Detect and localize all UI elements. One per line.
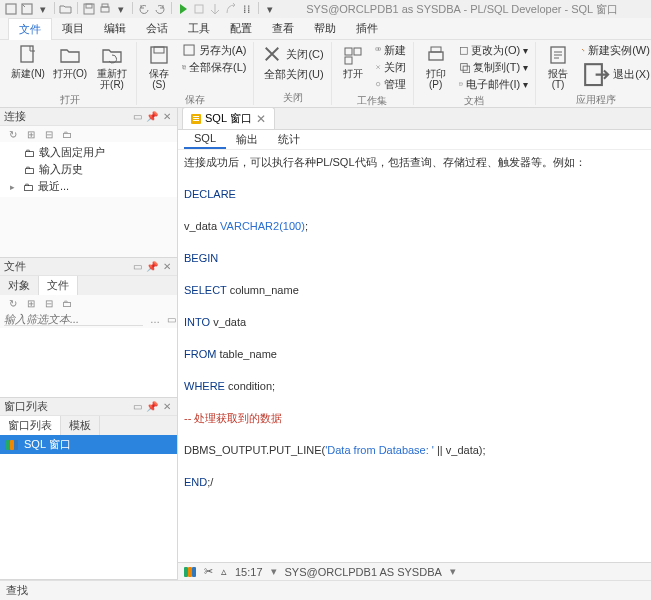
menu-session[interactable]: 会话 bbox=[136, 18, 178, 39]
open-folder-icon[interactable] bbox=[59, 2, 73, 16]
new-button[interactable]: 新建(N) bbox=[8, 42, 48, 81]
stop-icon[interactable] bbox=[192, 2, 206, 16]
menu-edit[interactable]: 编辑 bbox=[94, 18, 136, 39]
scissors-icon[interactable]: ✂ bbox=[204, 565, 213, 578]
sql-file-icon bbox=[191, 114, 201, 124]
minus-icon[interactable]: ⊟ bbox=[43, 128, 55, 140]
pin-icon[interactable]: 📌 bbox=[146, 111, 158, 123]
editor-tab-sql[interactable]: SQL 窗口 ✕ bbox=[182, 108, 275, 129]
close-icon[interactable]: ✕ bbox=[161, 111, 173, 123]
new-icon[interactable] bbox=[20, 2, 34, 16]
reopen-button[interactable]: 重新打开(R) bbox=[92, 42, 132, 92]
close-button[interactable]: 关闭(C) bbox=[258, 42, 326, 66]
file-title: 文件 bbox=[4, 259, 128, 274]
refresh-icon[interactable]: ↻ bbox=[7, 128, 19, 140]
menu-view[interactable]: 查看 bbox=[262, 18, 304, 39]
winlist-item-sql[interactable]: SQL 窗口 bbox=[0, 435, 177, 454]
filter-dd-icon[interactable]: ▭ bbox=[167, 314, 176, 326]
menu-help[interactable]: 帮助 bbox=[304, 18, 346, 39]
open-button[interactable]: 打开(O) bbox=[50, 42, 90, 81]
print-button[interactable]: 打印(P) bbox=[418, 42, 454, 92]
winlist-tabs: 窗口列表 模板 bbox=[0, 416, 177, 435]
restore-icon[interactable]: ▭ bbox=[131, 261, 143, 273]
subtab-output[interactable]: 输出 bbox=[226, 130, 268, 149]
left-sidebar: 连接 ▭ 📌 ✕ ↻ ⊞ ⊟ 🗀 🗀载入固定用户 🗀输入历史 ▸🗀最近... 文… bbox=[0, 108, 178, 580]
tab-objects[interactable]: 对象 bbox=[0, 276, 39, 295]
menu-project[interactable]: 项目 bbox=[52, 18, 94, 39]
plus-icon[interactable]: ⊞ bbox=[25, 297, 37, 309]
group-label-workset: 工作集 bbox=[357, 93, 387, 108]
ws-manage-button[interactable]: 管理 bbox=[372, 76, 409, 93]
group-label-save: 保存 bbox=[185, 92, 205, 107]
subtab-stats[interactable]: 统计 bbox=[268, 130, 310, 149]
ws-open-button[interactable]: 打开 bbox=[336, 42, 370, 81]
code-editor[interactable]: 连接成功后，可以执行各种PL/SQL代码，包括查询、存储过程、触发器等。例如： … bbox=[178, 150, 651, 562]
close-icon[interactable]: ✕ bbox=[161, 261, 173, 273]
dd-icon[interactable]: ▾ bbox=[36, 2, 50, 16]
tree-item-recent[interactable]: ▸🗀最近... bbox=[2, 178, 175, 195]
email-button[interactable]: 电子邮件(I)▾ bbox=[456, 76, 532, 93]
group-label-close: 关闭 bbox=[283, 90, 303, 105]
undo-icon[interactable] bbox=[137, 2, 151, 16]
filter-more-icon[interactable]: … bbox=[150, 314, 160, 326]
report-button[interactable]: 报告(T) bbox=[540, 42, 576, 92]
print-icon[interactable] bbox=[98, 2, 112, 16]
svg-rect-8 bbox=[151, 47, 167, 63]
subtab-sql[interactable]: SQL bbox=[184, 130, 226, 149]
saveall-button[interactable]: 全部保存(L) bbox=[179, 59, 250, 76]
svg-rect-9 bbox=[154, 47, 164, 53]
exit-button[interactable]: 退出(X) bbox=[578, 59, 651, 90]
connect-tools: ↻ ⊞ ⊟ 🗀 bbox=[0, 126, 177, 142]
changeto-button[interactable]: 更改为(O)▾ bbox=[456, 42, 532, 59]
ws-close-button[interactable]: 关闭 bbox=[372, 59, 409, 76]
pin-icon[interactable]: 📌 bbox=[146, 261, 158, 273]
saveas-button[interactable]: 另存为(A) bbox=[179, 42, 250, 59]
dd-icon-2[interactable]: ▾ bbox=[114, 2, 128, 16]
menu-plugin[interactable]: 插件 bbox=[346, 18, 388, 39]
folder-icon[interactable]: 🗀 bbox=[61, 297, 73, 309]
connect-tree: 🗀载入固定用户 🗀输入历史 ▸🗀最近... bbox=[0, 142, 177, 197]
status-dd[interactable]: ▾ bbox=[271, 565, 277, 578]
tree-item-fixed[interactable]: 🗀载入固定用户 bbox=[2, 144, 175, 161]
restore-icon[interactable]: ▭ bbox=[131, 401, 143, 413]
rollback-icon[interactable] bbox=[224, 2, 238, 16]
restore-icon[interactable]: ▭ bbox=[131, 111, 143, 123]
svg-point-19 bbox=[376, 83, 380, 87]
db-status-icon bbox=[6, 440, 18, 450]
minus-icon[interactable]: ⊟ bbox=[43, 297, 55, 309]
folder-icon[interactable]: 🗀 bbox=[61, 128, 73, 140]
more-icon[interactable]: ▾ bbox=[263, 2, 277, 16]
run-icon[interactable] bbox=[176, 2, 190, 16]
newinst-button[interactable]: 新建实例(W) bbox=[578, 42, 651, 59]
copyto-button[interactable]: 复制到(T)▾ bbox=[456, 59, 532, 76]
editor-area: SQL 窗口 ✕ SQL 输出 统计 连接成功后，可以执行各种PL/SQL代码，… bbox=[178, 108, 651, 580]
exec-icon[interactable]: ▵ bbox=[221, 565, 227, 578]
refresh-icon[interactable]: ↻ bbox=[7, 297, 19, 309]
svg-rect-16 bbox=[345, 57, 352, 64]
tree-item-history[interactable]: 🗀输入历史 bbox=[2, 161, 175, 178]
close-tab-icon[interactable]: ✕ bbox=[256, 112, 266, 126]
close-icon[interactable]: ✕ bbox=[161, 401, 173, 413]
ribbon-group-app: 报告(T) 新建实例(W) 退出(X) 应用程序 bbox=[536, 42, 651, 105]
menu-file[interactable]: 文件 bbox=[8, 18, 52, 40]
svg-rect-23 bbox=[460, 63, 467, 70]
ws-new-button[interactable]: 新建 bbox=[372, 42, 409, 59]
pin-icon[interactable]: 📌 bbox=[146, 401, 158, 413]
save-icon[interactable] bbox=[82, 2, 96, 16]
filter-input[interactable] bbox=[4, 313, 143, 326]
commit-icon[interactable] bbox=[208, 2, 222, 16]
winlist-panel: 窗口列表 ▭ 📌 ✕ 窗口列表 模板 SQL 窗口 bbox=[0, 398, 177, 580]
closeall-button[interactable]: 全部关闭(U) bbox=[258, 66, 326, 83]
status-conn-dd[interactable]: ▾ bbox=[450, 565, 456, 578]
connect-title: 连接 bbox=[4, 109, 128, 124]
menu-config[interactable]: 配置 bbox=[220, 18, 262, 39]
tab-files[interactable]: 文件 bbox=[39, 276, 78, 295]
menu-tools[interactable]: 工具 bbox=[178, 18, 220, 39]
winlist-title: 窗口列表 bbox=[4, 399, 128, 414]
break-icon[interactable]: ⁞⁞ bbox=[240, 2, 254, 16]
tab-winlist[interactable]: 窗口列表 bbox=[0, 416, 61, 435]
save-button[interactable]: 保存(S) bbox=[141, 42, 177, 92]
plus-icon[interactable]: ⊞ bbox=[25, 128, 37, 140]
redo-icon[interactable] bbox=[153, 2, 167, 16]
tab-template[interactable]: 模板 bbox=[61, 416, 100, 435]
